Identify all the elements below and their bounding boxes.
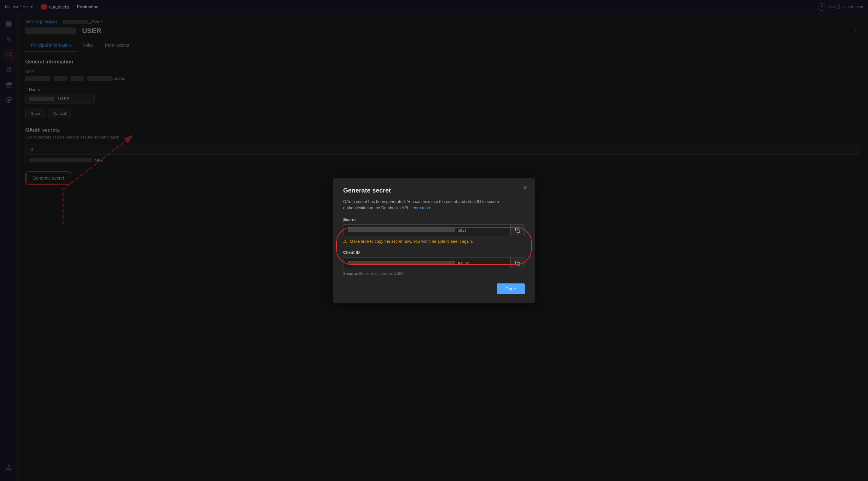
generate-secret-modal: ✕ Generate secret OAuth secret has been … <box>333 178 535 303</box>
modal-overlay: ✕ Generate secret OAuth secret has been … <box>0 0 868 481</box>
secret-input-row: bd3c <box>343 224 525 236</box>
warning-icon: ⚠ <box>343 239 347 244</box>
modal-description: OAuth secret has been generated. You can… <box>343 199 525 211</box>
client-id-sublabel: Same as the service principal UUID <box>343 271 525 276</box>
modal-title: Generate secret <box>343 187 525 194</box>
client-id-copy-button[interactable] <box>510 258 525 268</box>
client-id-suffix: a335c <box>458 261 469 265</box>
modal-close-button[interactable]: ✕ <box>521 183 529 192</box>
svg-rect-13 <box>517 263 520 265</box>
secret-value-display: bd3c <box>343 225 510 236</box>
client-id-redacted <box>348 261 455 265</box>
done-button[interactable]: Done <box>497 283 525 294</box>
copy-icon-2 <box>515 261 520 266</box>
learn-more-link[interactable]: Learn more <box>410 206 431 210</box>
secret-redacted <box>348 228 455 232</box>
copy-icon <box>515 228 520 233</box>
secret-copy-button[interactable] <box>510 226 525 236</box>
secret-suffix: bd3c <box>458 228 466 233</box>
warning-text: Make sure to copy the secret now. You wo… <box>350 239 473 244</box>
secret-warning: ⚠ Make sure to copy the secret now. You … <box>343 239 525 244</box>
secret-field-label: Secret <box>343 217 525 222</box>
client-id-field-label: Client ID <box>343 250 525 255</box>
modal-footer: Done <box>343 283 525 294</box>
client-id-value-display: a335c <box>343 258 510 269</box>
svg-rect-12 <box>517 230 520 233</box>
client-id-input-row: a335c <box>343 257 525 269</box>
